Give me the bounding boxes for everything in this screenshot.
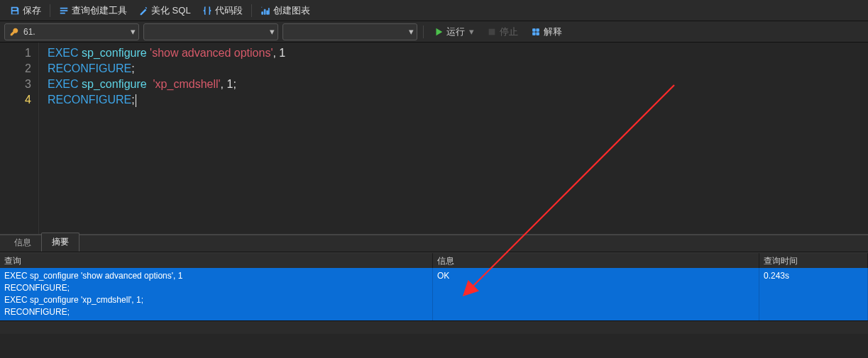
database-combo[interactable]: ▾	[143, 23, 278, 40]
save-button[interactable]: 保存	[4, 3, 47, 18]
editor-gutter: 1234	[0, 43, 39, 234]
col-time[interactable]: 查询时间	[759, 253, 868, 268]
query-builder-icon	[59, 6, 69, 16]
tab-summary[interactable]: 摘要	[41, 233, 79, 252]
toolbar-separator	[423, 26, 424, 38]
snippet-button[interactable]: 代码段	[197, 3, 248, 18]
query-builder-button[interactable]: 查询创建工具	[53, 3, 133, 18]
create-chart-button[interactable]: 创建图表	[255, 3, 316, 18]
col-query[interactable]: 查询	[0, 253, 433, 268]
snippet-label: 代码段	[215, 4, 243, 17]
connection-value: 61.	[23, 27, 35, 37]
query-builder-label: 查询创建工具	[72, 4, 127, 17]
chevron-down-icon: ▾	[469, 26, 474, 37]
result-tabs: 信息 摘要	[0, 234, 868, 252]
connection-toolbar: 61. ▾ ▾ ▾ 运行 ▾ 停止 解释	[0, 21, 868, 43]
result-info-cell: OK	[433, 268, 759, 320]
run-label: 运行	[446, 26, 465, 38]
create-chart-label: 创建图表	[273, 4, 310, 17]
chart-icon	[260, 6, 270, 16]
stop-button[interactable]: 停止	[483, 24, 522, 40]
result-query-cell: EXEC sp_configure 'show advanced options…	[0, 268, 433, 320]
play-icon	[434, 27, 444, 37]
key-icon	[9, 27, 19, 37]
snippet-icon	[202, 6, 212, 16]
col-info[interactable]: 信息	[433, 253, 759, 268]
toolbar-separator	[50, 4, 50, 17]
bottom-strip	[0, 320, 868, 334]
explain-label: 解释	[544, 26, 562, 38]
save-label: 保存	[23, 4, 41, 17]
magic-icon	[138, 6, 148, 16]
toolbar-separator	[251, 4, 252, 17]
svg-rect-0	[489, 28, 495, 35]
save-icon	[10, 6, 20, 16]
explain-icon	[531, 27, 541, 37]
stop-label: 停止	[500, 26, 518, 38]
chevron-down-icon: ▾	[270, 26, 275, 37]
schema-combo[interactable]: ▾	[282, 23, 417, 40]
chevron-down-icon: ▾	[409, 26, 414, 37]
beautify-sql-label: 美化 SQL	[151, 4, 191, 17]
beautify-sql-button[interactable]: 美化 SQL	[133, 3, 197, 18]
sql-editor[interactable]: 1234 EXEC sp_configure 'show advanced op…	[0, 43, 868, 234]
run-button[interactable]: 运行 ▾	[429, 24, 478, 40]
result-header: 查询 信息 查询时间	[0, 252, 868, 268]
editor-code[interactable]: EXEC sp_configure 'show advanced options…	[39, 43, 285, 234]
explain-button[interactable]: 解释	[527, 24, 566, 40]
tab-info[interactable]: 信息	[4, 234, 41, 252]
main-toolbar: 保存 查询创建工具 美化 SQL 代码段 创建图表	[0, 0, 868, 21]
result-row[interactable]: EXEC sp_configure 'show advanced options…	[0, 268, 868, 320]
stop-icon	[487, 27, 497, 37]
result-time-cell: 0.243s	[759, 268, 868, 320]
chevron-down-icon: ▾	[131, 26, 136, 37]
connection-combo[interactable]: 61. ▾	[4, 23, 139, 40]
